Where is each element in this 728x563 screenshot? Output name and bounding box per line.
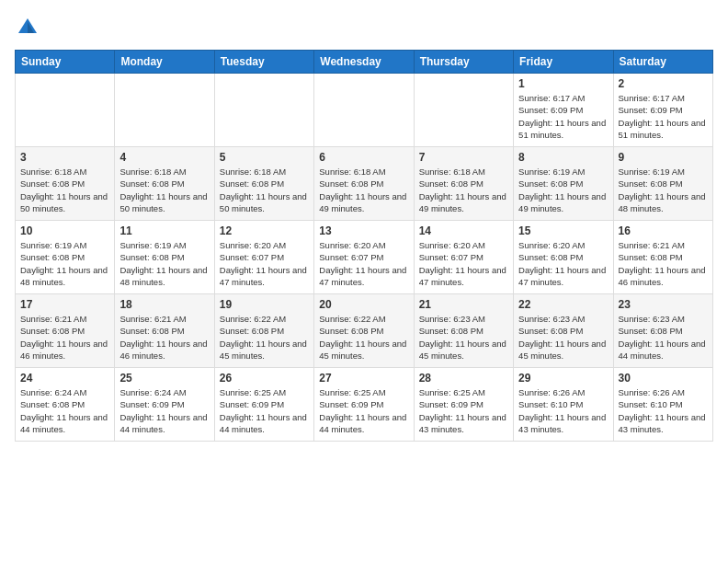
day-number: 26 <box>220 372 309 385</box>
day-number: 14 <box>419 224 508 237</box>
day-number: 13 <box>319 224 408 237</box>
calendar-week-2: 3Sunrise: 6:18 AM Sunset: 6:08 PM Daylig… <box>16 147 713 221</box>
day-info: Sunrise: 6:20 AM Sunset: 6:08 PM Dayligh… <box>518 239 608 288</box>
calendar-cell: 14Sunrise: 6:20 AM Sunset: 6:07 PM Dayli… <box>414 221 513 294</box>
calendar-header-row: SundayMondayTuesdayWednesdayThursdayFrid… <box>16 51 713 74</box>
calendar-cell: 8Sunrise: 6:19 AM Sunset: 6:08 PM Daylig… <box>514 147 613 221</box>
day-number: 4 <box>119 151 209 164</box>
calendar-cell: 26Sunrise: 6:25 AM Sunset: 6:09 PM Dayli… <box>214 368 313 442</box>
day-number: 22 <box>518 298 608 311</box>
day-number: 19 <box>220 298 309 311</box>
day-info: Sunrise: 6:21 AM Sunset: 6:08 PM Dayligh… <box>20 313 109 362</box>
day-info: Sunrise: 6:19 AM Sunset: 6:08 PM Dayligh… <box>518 166 608 214</box>
day-number: 21 <box>419 298 508 311</box>
day-number: 9 <box>619 151 708 164</box>
day-number: 25 <box>119 372 209 385</box>
day-number: 6 <box>319 151 408 164</box>
calendar-table: SundayMondayTuesdayWednesdayThursdayFrid… <box>15 50 713 442</box>
day-info: Sunrise: 6:22 AM Sunset: 6:08 PM Dayligh… <box>220 313 309 362</box>
calendar-cell: 9Sunrise: 6:19 AM Sunset: 6:08 PM Daylig… <box>613 147 712 221</box>
day-number: 23 <box>619 298 708 311</box>
day-number: 10 <box>20 224 109 237</box>
calendar-cell: 2Sunrise: 6:17 AM Sunset: 6:09 PM Daylig… <box>613 74 712 147</box>
calendar-header-tuesday: Tuesday <box>214 51 313 74</box>
calendar-cell: 19Sunrise: 6:22 AM Sunset: 6:08 PM Dayli… <box>214 294 313 368</box>
day-number: 5 <box>220 151 309 164</box>
page: SundayMondayTuesdayWednesdayThursdayFrid… <box>0 0 728 451</box>
calendar-cell: 21Sunrise: 6:23 AM Sunset: 6:08 PM Dayli… <box>414 294 513 368</box>
day-info: Sunrise: 6:18 AM Sunset: 6:08 PM Dayligh… <box>220 166 309 214</box>
calendar-header-saturday: Saturday <box>613 51 712 74</box>
day-info: Sunrise: 6:25 AM Sunset: 6:09 PM Dayligh… <box>419 386 508 435</box>
calendar-cell: 28Sunrise: 6:25 AM Sunset: 6:09 PM Dayli… <box>414 368 513 442</box>
calendar-cell: 25Sunrise: 6:24 AM Sunset: 6:09 PM Dayli… <box>115 368 214 442</box>
calendar-week-1: 1Sunrise: 6:17 AM Sunset: 6:09 PM Daylig… <box>16 74 713 147</box>
logo <box>15 15 44 40</box>
day-number: 1 <box>518 77 608 90</box>
day-info: Sunrise: 6:19 AM Sunset: 6:08 PM Dayligh… <box>119 239 209 288</box>
day-number: 16 <box>619 224 708 237</box>
day-info: Sunrise: 6:18 AM Sunset: 6:08 PM Dayligh… <box>20 166 109 214</box>
day-number: 28 <box>419 372 508 385</box>
logo-icon <box>15 15 40 40</box>
day-number: 17 <box>20 298 109 311</box>
calendar-cell <box>314 74 414 147</box>
day-number: 20 <box>319 298 408 311</box>
day-info: Sunrise: 6:18 AM Sunset: 6:08 PM Dayligh… <box>419 166 508 214</box>
calendar-cell: 27Sunrise: 6:25 AM Sunset: 6:09 PM Dayli… <box>314 368 414 442</box>
calendar-cell <box>115 74 214 147</box>
day-info: Sunrise: 6:24 AM Sunset: 6:09 PM Dayligh… <box>119 386 209 435</box>
header <box>15 15 713 40</box>
day-number: 29 <box>518 372 608 385</box>
calendar-week-4: 17Sunrise: 6:21 AM Sunset: 6:08 PM Dayli… <box>16 294 713 368</box>
day-number: 3 <box>20 151 109 164</box>
day-info: Sunrise: 6:23 AM Sunset: 6:08 PM Dayligh… <box>619 313 708 362</box>
day-info: Sunrise: 6:23 AM Sunset: 6:08 PM Dayligh… <box>419 313 508 362</box>
day-info: Sunrise: 6:23 AM Sunset: 6:08 PM Dayligh… <box>518 313 608 362</box>
calendar-week-3: 10Sunrise: 6:19 AM Sunset: 6:08 PM Dayli… <box>16 221 713 294</box>
calendar-cell: 24Sunrise: 6:24 AM Sunset: 6:08 PM Dayli… <box>16 368 115 442</box>
calendar-cell: 15Sunrise: 6:20 AM Sunset: 6:08 PM Dayli… <box>514 221 613 294</box>
day-info: Sunrise: 6:20 AM Sunset: 6:07 PM Dayligh… <box>319 239 408 288</box>
day-info: Sunrise: 6:18 AM Sunset: 6:08 PM Dayligh… <box>119 166 209 214</box>
calendar-header-monday: Monday <box>115 51 214 74</box>
calendar-header-thursday: Thursday <box>414 51 513 74</box>
calendar-week-5: 24Sunrise: 6:24 AM Sunset: 6:08 PM Dayli… <box>16 368 713 442</box>
calendar-cell: 3Sunrise: 6:18 AM Sunset: 6:08 PM Daylig… <box>16 147 115 221</box>
calendar-cell <box>214 74 313 147</box>
calendar-cell: 7Sunrise: 6:18 AM Sunset: 6:08 PM Daylig… <box>414 147 513 221</box>
day-number: 30 <box>619 372 708 385</box>
calendar-header-friday: Friday <box>514 51 613 74</box>
calendar-cell: 4Sunrise: 6:18 AM Sunset: 6:08 PM Daylig… <box>115 147 214 221</box>
day-info: Sunrise: 6:24 AM Sunset: 6:08 PM Dayligh… <box>20 386 109 435</box>
day-info: Sunrise: 6:19 AM Sunset: 6:08 PM Dayligh… <box>20 239 109 288</box>
calendar-cell: 12Sunrise: 6:20 AM Sunset: 6:07 PM Dayli… <box>214 221 313 294</box>
day-number: 12 <box>220 224 309 237</box>
day-number: 15 <box>518 224 608 237</box>
day-info: Sunrise: 6:19 AM Sunset: 6:08 PM Dayligh… <box>619 166 708 214</box>
calendar-cell: 13Sunrise: 6:20 AM Sunset: 6:07 PM Dayli… <box>314 221 414 294</box>
calendar-cell: 30Sunrise: 6:26 AM Sunset: 6:10 PM Dayli… <box>613 368 712 442</box>
calendar-cell: 5Sunrise: 6:18 AM Sunset: 6:08 PM Daylig… <box>214 147 313 221</box>
calendar-cell: 23Sunrise: 6:23 AM Sunset: 6:08 PM Dayli… <box>613 294 712 368</box>
calendar-cell <box>16 74 115 147</box>
day-info: Sunrise: 6:25 AM Sunset: 6:09 PM Dayligh… <box>319 386 408 435</box>
calendar-cell: 10Sunrise: 6:19 AM Sunset: 6:08 PM Dayli… <box>16 221 115 294</box>
calendar-cell <box>414 74 513 147</box>
day-number: 11 <box>119 224 209 237</box>
day-info: Sunrise: 6:20 AM Sunset: 6:07 PM Dayligh… <box>419 239 508 288</box>
day-info: Sunrise: 6:26 AM Sunset: 6:10 PM Dayligh… <box>518 386 608 435</box>
day-info: Sunrise: 6:25 AM Sunset: 6:09 PM Dayligh… <box>220 386 309 435</box>
day-info: Sunrise: 6:26 AM Sunset: 6:10 PM Dayligh… <box>619 386 708 435</box>
calendar-cell: 18Sunrise: 6:21 AM Sunset: 6:08 PM Dayli… <box>115 294 214 368</box>
day-info: Sunrise: 6:17 AM Sunset: 6:09 PM Dayligh… <box>619 92 708 141</box>
calendar-cell: 11Sunrise: 6:19 AM Sunset: 6:08 PM Dayli… <box>115 221 214 294</box>
calendar-cell: 22Sunrise: 6:23 AM Sunset: 6:08 PM Dayli… <box>514 294 613 368</box>
day-number: 27 <box>319 372 408 385</box>
day-number: 8 <box>518 151 608 164</box>
day-info: Sunrise: 6:20 AM Sunset: 6:07 PM Dayligh… <box>220 239 309 288</box>
day-info: Sunrise: 6:22 AM Sunset: 6:08 PM Dayligh… <box>319 313 408 362</box>
calendar-cell: 1Sunrise: 6:17 AM Sunset: 6:09 PM Daylig… <box>514 74 613 147</box>
day-info: Sunrise: 6:21 AM Sunset: 6:08 PM Dayligh… <box>619 239 708 288</box>
day-number: 18 <box>119 298 209 311</box>
